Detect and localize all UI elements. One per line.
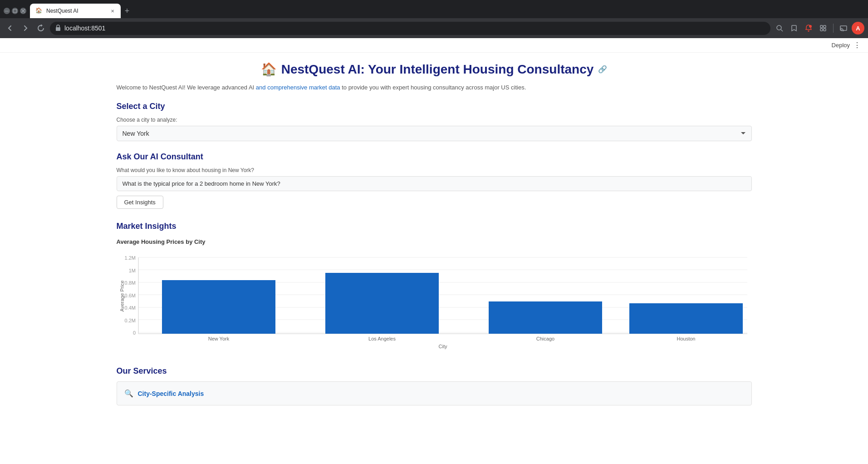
market-insights-section: Market Insights Average Housing Prices b… — [117, 222, 752, 352]
bar-chicago — [489, 301, 602, 334]
profile-avatar[interactable]: A — [852, 22, 864, 35]
svg-rect-4 — [56, 27, 60, 31]
bar-los-angeles — [325, 273, 439, 334]
svg-line-6 — [781, 30, 783, 31]
reload-button[interactable] — [34, 22, 47, 35]
deploy-menu-button[interactable]: ⋮ — [853, 41, 861, 49]
svg-text:0.6M: 0.6M — [124, 293, 135, 298]
deploy-bar: Deploy ⋮ — [0, 38, 868, 53]
svg-text:0.8M: 0.8M — [124, 280, 135, 286]
market-data-link[interactable]: and comprehensive market data — [256, 84, 340, 91]
ai-consultant-title: Ask Our AI Consultant — [117, 152, 752, 162]
browser-tab-bar: 🏠 NestQuest AI ✕ + — [0, 0, 868, 18]
browser-toolbar: localhost:8501 A — [0, 18, 868, 38]
address-text: localhost:8501 — [64, 25, 105, 32]
link-icon: 🔗 — [598, 65, 607, 74]
services-title: Our Services — [117, 366, 752, 376]
svg-point-7 — [809, 25, 812, 28]
main-container: 🏠 NestQuest AI: Your Intelligent Housing… — [98, 53, 770, 415]
service-card-city-analysis: 🔍 City-Specific Analysis — [117, 381, 752, 405]
tab-favicon-icon: 🏠 — [35, 7, 43, 15]
svg-rect-10 — [820, 29, 823, 31]
new-tab-button[interactable]: + — [121, 5, 133, 17]
svg-text:0.4M: 0.4M — [124, 305, 135, 311]
window-minimize[interactable] — [4, 8, 10, 14]
deploy-button[interactable]: Deploy — [832, 42, 850, 49]
bar-houston — [629, 303, 743, 334]
page-content: Deploy ⋮ 🏠 NestQuest AI: Your Intelligen… — [0, 38, 868, 464]
svg-rect-8 — [820, 25, 823, 28]
ai-consultant-section: Ask Our AI Consultant What would you lik… — [117, 152, 752, 209]
active-tab[interactable]: 🏠 NestQuest AI ✕ — [30, 4, 121, 18]
page-header: 🏠 NestQuest AI: Your Intelligent Housing… — [117, 62, 752, 77]
svg-text:1.2M: 1.2M — [124, 255, 135, 261]
services-section: Our Services 🔍 City-Specific Analysis — [117, 366, 752, 405]
svg-rect-0 — [5, 11, 9, 11]
address-bar[interactable]: localhost:8501 — [50, 22, 770, 35]
back-button[interactable] — [4, 22, 16, 35]
browser-chrome: 🏠 NestQuest AI ✕ + localhost:8501 — [0, 0, 868, 38]
page-description: Welcome to NestQuest AI! We leverage adv… — [117, 84, 752, 91]
search-button[interactable] — [773, 22, 786, 35]
svg-rect-1 — [14, 10, 17, 13]
question-input[interactable] — [117, 176, 752, 191]
window-controls — [4, 8, 26, 14]
chart-title: Average Housing Prices by City — [117, 238, 752, 245]
bar-chart: 1.2M 1M 0.8M 0.6M 0.4M 0.2M 0 Average Pr… — [117, 251, 752, 350]
chart-container: Average Housing Prices by City 1.2M 1M 0… — [117, 238, 752, 352]
svg-text:Houston: Houston — [677, 336, 695, 341]
house-icon: 🏠 — [261, 62, 277, 77]
page-title: 🏠 NestQuest AI: Your Intelligent Housing… — [117, 62, 752, 77]
svg-text:City: City — [438, 344, 447, 349]
svg-text:1M: 1M — [128, 268, 135, 273]
svg-point-5 — [777, 25, 781, 30]
window-close[interactable] — [20, 8, 26, 14]
bar-new-york — [162, 280, 275, 334]
svg-rect-11 — [824, 29, 826, 31]
extensions-button[interactable] — [817, 22, 829, 35]
svg-text:Average Price: Average Price — [119, 281, 125, 312]
svg-text:0: 0 — [132, 330, 135, 336]
tab-title-text: NestQuest AI — [46, 8, 106, 14]
tab-close-icon[interactable]: ✕ — [110, 8, 115, 15]
question-label: What would you like to know about housin… — [117, 167, 752, 173]
page-title-text: NestQuest AI: Your Intelligent Housing C… — [281, 62, 594, 77]
lock-icon — [55, 25, 61, 32]
get-insights-button[interactable]: Get Insights — [117, 196, 163, 209]
window-maximize[interactable] — [12, 8, 18, 14]
svg-text:Los Angeles: Los Angeles — [368, 336, 396, 341]
svg-rect-9 — [824, 25, 826, 28]
svg-text:Chicago: Chicago — [536, 336, 554, 341]
notifications-button[interactable] — [802, 22, 815, 35]
service-city-analysis-name: City-Specific Analysis — [138, 390, 204, 397]
select-city-title: Select a City — [117, 102, 752, 111]
cast-button[interactable] — [837, 22, 850, 35]
city-select[interactable]: New York Los Angeles Chicago Houston Pho… — [117, 126, 752, 141]
forward-button[interactable] — [19, 22, 32, 35]
toolbar-right: A — [773, 22, 864, 35]
svg-text:0.2M: 0.2M — [124, 318, 135, 323]
svg-text:New York: New York — [208, 336, 229, 341]
select-city-section: Select a City Choose a city to analyze: … — [117, 102, 752, 141]
market-insights-title: Market Insights — [117, 222, 752, 231]
search-icon: 🔍 — [124, 389, 133, 398]
bookmark-button[interactable] — [788, 22, 800, 35]
city-field-label: Choose a city to analyze: — [117, 117, 752, 123]
